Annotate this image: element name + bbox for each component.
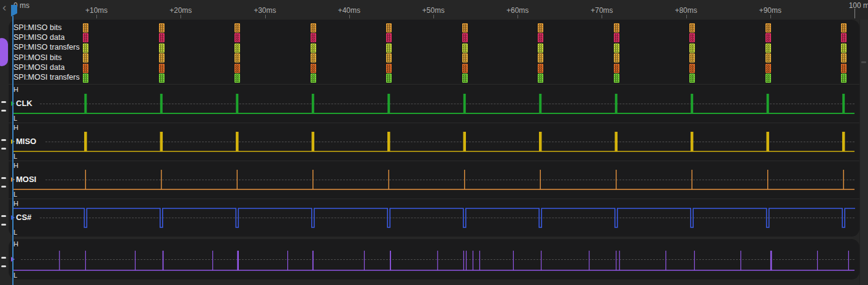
- annotation-block[interactable]: [386, 64, 392, 73]
- annotation-block[interactable]: [234, 64, 240, 73]
- annotation-block[interactable]: [234, 44, 240, 53]
- annotation-block[interactable]: [386, 23, 392, 32]
- ruler-tick-mark: [433, 15, 434, 18]
- annotation-block[interactable]: [614, 23, 619, 32]
- scrollbar-thumb[interactable]: [861, 61, 866, 63]
- time-marker-line[interactable]: [12, 16, 14, 285]
- decoder-tab-handle[interactable]: [0, 38, 8, 66]
- annotation-block[interactable]: [386, 53, 392, 63]
- collapse-sidebar-icon[interactable]: ‹: [2, 1, 6, 13]
- annotation-block[interactable]: [765, 23, 771, 32]
- annotation-block[interactable]: [83, 33, 88, 42]
- ruler-tick-mark: [180, 15, 181, 18]
- annotation-block[interactable]: [765, 44, 771, 53]
- annotation-block[interactable]: [765, 74, 771, 83]
- annotation-block[interactable]: [841, 53, 847, 63]
- annotation-block[interactable]: [689, 64, 695, 73]
- annotation-block[interactable]: [83, 53, 88, 63]
- annotation-block[interactable]: [234, 53, 240, 63]
- waveform-trace: [0, 123, 868, 161]
- annotation-block[interactable]: [83, 44, 88, 53]
- annotation-block[interactable]: [159, 74, 165, 83]
- ruler-tick-mark: [96, 15, 97, 18]
- ruler-tick-label: +10ms: [85, 6, 107, 15]
- waveform-trace: [0, 239, 868, 279]
- annotation-block[interactable]: [83, 64, 88, 73]
- annotation-block[interactable]: [159, 44, 165, 53]
- channel-row-cs[interactable]: HLCS#: [0, 199, 868, 237]
- annotation-block[interactable]: [538, 23, 543, 32]
- ruler-tick-mark: [602, 15, 602, 18]
- decoder-row-label: SPI:MOSI data: [14, 63, 64, 72]
- ruler-tick-label: +90ms: [759, 6, 781, 15]
- annotation-block[interactable]: [689, 33, 695, 42]
- ruler-tick-label: +20ms: [169, 6, 192, 15]
- decoder-row-label: SPI:MISO transfers: [14, 42, 80, 52]
- annotation-block[interactable]: [462, 23, 468, 32]
- annotation-block[interactable]: [614, 33, 619, 42]
- annotation-block[interactable]: [765, 33, 771, 42]
- channel-row-aux[interactable]: HL: [0, 239, 868, 279]
- annotation-block[interactable]: [234, 74, 240, 83]
- annotation-block[interactable]: [234, 23, 240, 32]
- annotation-block[interactable]: [386, 33, 392, 42]
- annotation-block[interactable]: [689, 23, 695, 32]
- annotation-block[interactable]: [538, 53, 543, 63]
- annotation-block[interactable]: [689, 53, 695, 63]
- annotation-block[interactable]: [462, 64, 468, 73]
- annotation-block[interactable]: [841, 44, 847, 53]
- ruler-end-label: 100 ms: [849, 1, 868, 10]
- annotation-block[interactable]: [462, 44, 468, 53]
- channel-row-clk[interactable]: HLCLK: [0, 85, 868, 123]
- annotation-block[interactable]: [841, 33, 847, 42]
- annotation-block[interactable]: [614, 74, 619, 83]
- decoder-row-label: SPI:MISO bits: [14, 23, 62, 32]
- annotation-block[interactable]: [159, 33, 165, 42]
- annotation-block[interactable]: [614, 44, 619, 53]
- logic-analyzer-app: 0 ms 100 ms +10ms+20ms+30ms+40ms+50ms+60…: [0, 0, 868, 285]
- annotation-block[interactable]: [538, 33, 543, 42]
- ruler-tick-label: +80ms: [675, 6, 697, 15]
- ruler-tick-mark: [686, 15, 687, 18]
- annotation-block[interactable]: [311, 64, 316, 73]
- ruler-tick-label: +60ms: [506, 6, 529, 15]
- annotation-block[interactable]: [159, 53, 165, 63]
- annotation-block[interactable]: [83, 74, 88, 83]
- annotation-block[interactable]: [841, 23, 847, 32]
- annotation-block[interactable]: [538, 74, 543, 83]
- ruler-tick-label: +40ms: [338, 6, 360, 15]
- annotation-block[interactable]: [841, 64, 847, 73]
- annotation-block[interactable]: [538, 44, 543, 53]
- annotation-block[interactable]: [462, 53, 468, 63]
- channel-row-miso[interactable]: HLMISO: [0, 123, 868, 161]
- annotation-block[interactable]: [159, 64, 165, 73]
- annotation-block[interactable]: [83, 23, 88, 32]
- annotation-block[interactable]: [841, 74, 847, 83]
- annotation-block[interactable]: [765, 53, 771, 63]
- ruler-tick-mark: [770, 15, 771, 18]
- annotation-block[interactable]: [311, 23, 316, 32]
- timeline-ruler[interactable]: 0 ms 100 ms +10ms+20ms+30ms+40ms+50ms+60…: [0, 0, 868, 19]
- annotation-block[interactable]: [311, 44, 316, 53]
- annotation-block[interactable]: [462, 74, 468, 83]
- annotation-block[interactable]: [689, 44, 695, 53]
- annotation-block[interactable]: [614, 53, 619, 63]
- annotation-block[interactable]: [311, 53, 316, 63]
- annotation-block[interactable]: [311, 33, 316, 42]
- annotation-block[interactable]: [311, 74, 316, 83]
- ruler-tick-label: +70ms: [591, 6, 613, 15]
- ruler-tick-mark: [265, 15, 266, 18]
- annotation-block[interactable]: [689, 74, 695, 83]
- annotation-block[interactable]: [462, 33, 468, 42]
- annotation-block[interactable]: [614, 64, 619, 73]
- channel-row-mosi[interactable]: HLMOSI: [0, 161, 868, 199]
- annotation-block[interactable]: [159, 23, 165, 32]
- ruler-tick-label: +30ms: [254, 6, 276, 15]
- annotation-block[interactable]: [386, 74, 392, 83]
- annotation-block[interactable]: [538, 64, 543, 73]
- ruler-end-tick: [854, 9, 855, 18]
- annotation-block[interactable]: [234, 33, 240, 42]
- ruler-tick-mark: [349, 15, 350, 18]
- annotation-block[interactable]: [765, 64, 771, 73]
- annotation-block[interactable]: [386, 44, 392, 53]
